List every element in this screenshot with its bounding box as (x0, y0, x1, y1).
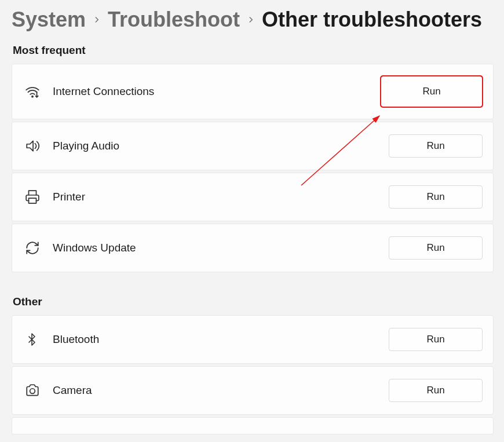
breadcrumb-link-troubleshoot[interactable]: Troubleshoot (108, 8, 240, 31)
svg-point-3 (30, 388, 35, 393)
troubleshooter-label: Playing Audio (53, 140, 389, 152)
bluetooth-icon (25, 333, 53, 346)
troubleshooter-row-camera: Camera Run (12, 366, 494, 415)
section-title: Most frequent (13, 44, 494, 57)
troubleshooter-row-printer: Printer Run (12, 173, 494, 221)
run-button[interactable]: Run (389, 134, 483, 158)
run-button[interactable]: Run (389, 328, 483, 351)
troubleshooter-label: Bluetooth (53, 333, 389, 346)
troubleshooter-label: Windows Update (53, 242, 389, 254)
section-title: Other (13, 295, 494, 308)
refresh-icon (25, 240, 53, 255)
svg-rect-2 (29, 198, 36, 203)
camera-icon (25, 383, 53, 398)
breadcrumb: System Troubleshoot Other troubleshooter… (12, 8, 494, 31)
run-button[interactable]: Run (389, 236, 483, 260)
breadcrumb-link-system[interactable]: System (12, 8, 86, 31)
run-button[interactable]: Run (381, 76, 483, 107)
troubleshooter-row-bluetooth: Bluetooth Run (12, 315, 494, 364)
section-most-frequent: Most frequent Internet Connections Run P… (12, 44, 494, 272)
speaker-icon (25, 138, 53, 154)
svg-marker-1 (27, 141, 33, 151)
printer-icon (25, 189, 53, 204)
troubleshooter-label: Camera (53, 384, 389, 397)
wifi-icon (25, 84, 53, 99)
breadcrumb-current: Other troubleshooters (262, 8, 482, 31)
chevron-right-icon (247, 16, 255, 24)
troubleshooter-row-next (12, 417, 494, 434)
run-button[interactable]: Run (389, 185, 483, 209)
troubleshooter-label: Printer (53, 191, 389, 203)
troubleshooter-row-playing-audio: Playing Audio Run (12, 122, 494, 170)
section-other: Other Bluetooth Run Camera Run (12, 295, 494, 434)
svg-point-0 (32, 96, 33, 97)
run-button[interactable]: Run (389, 379, 483, 402)
troubleshooter-row-windows-update: Windows Update Run (12, 224, 494, 272)
troubleshooter-label: Internet Connections (53, 85, 381, 98)
troubleshooter-row-internet-connections: Internet Connections Run (12, 64, 494, 119)
chevron-right-icon (93, 16, 101, 24)
